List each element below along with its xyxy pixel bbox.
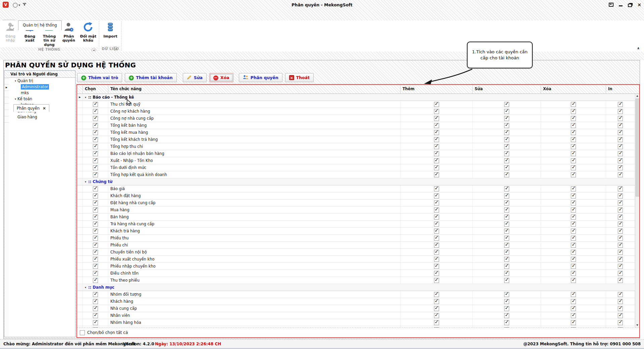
ribbon-button-refresh[interactable]: Đổi mật khẩu xyxy=(78,21,98,47)
checkbox-checked[interactable] xyxy=(434,130,439,135)
checkbox-checked[interactable] xyxy=(434,158,439,163)
checkbox-checked[interactable] xyxy=(504,257,509,262)
grid-column-header-sua[interactable]: Sửa xyxy=(473,85,541,94)
checkbox-checked[interactable] xyxy=(618,144,623,149)
checkbox-checked[interactable] xyxy=(618,186,623,191)
grid-data-row[interactable]: Xuất - Nhập - Tồn Kho xyxy=(77,157,639,164)
checkbox-checked[interactable] xyxy=(618,215,623,220)
checkbox-checked[interactable] xyxy=(93,200,98,206)
checkbox-checked[interactable] xyxy=(93,109,98,114)
grid-data-row[interactable]: Phiếu xuất chuyển kho xyxy=(77,256,639,263)
checkbox-checked[interactable] xyxy=(504,137,509,142)
checkbox-checked[interactable] xyxy=(571,102,576,107)
checkbox-checked[interactable] xyxy=(434,327,439,328)
checkbox-checked[interactable] xyxy=(618,200,623,206)
checkbox-checked[interactable] xyxy=(434,306,439,311)
grid-data-row[interactable]: Trả hàng nhà cung cấp xyxy=(77,221,639,228)
action-button-thêm-tài-khoản[interactable]: +Thêm tài khoản xyxy=(125,73,176,82)
scroll-up-icon[interactable]: ▲ xyxy=(635,94,639,98)
checkbox-checked[interactable] xyxy=(618,313,623,318)
grid-data-row[interactable]: Tổng hợp thu chi xyxy=(77,143,639,150)
checkbox-checked[interactable] xyxy=(434,116,439,121)
checkbox-checked[interactable] xyxy=(571,193,576,198)
grid-data-row[interactable]: Thu chi tồn quỹ xyxy=(77,101,639,108)
checkbox-checked[interactable] xyxy=(571,236,576,241)
checkbox-checked[interactable] xyxy=(618,208,623,213)
group-expander-icon[interactable]: ▾ xyxy=(85,180,86,183)
checkbox-checked[interactable] xyxy=(93,165,98,170)
checkbox-checked[interactable] xyxy=(618,257,623,262)
grid-data-row[interactable]: Báo cáo lợi nhuận bán hàng xyxy=(77,150,639,157)
checkbox-checked[interactable] xyxy=(93,229,98,234)
checkbox-checked[interactable] xyxy=(504,299,509,304)
checkbox-checked[interactable] xyxy=(504,109,509,114)
checkbox-checked[interactable] xyxy=(434,165,439,170)
tab-phan-quyen[interactable]: Phân quyền × xyxy=(13,104,49,112)
checkbox-checked[interactable] xyxy=(434,109,439,114)
checkbox-checked[interactable] xyxy=(504,250,509,255)
checkbox-checked[interactable] xyxy=(93,193,98,198)
checkbox-checked[interactable] xyxy=(93,320,98,325)
checkbox-checked[interactable] xyxy=(93,236,98,241)
checkbox-checked[interactable] xyxy=(434,222,439,227)
action-button-sửa[interactable]: Sửa xyxy=(183,73,207,82)
ribbon-button-user-gear[interactable]: Phân quyền xyxy=(59,21,78,47)
tree-node-quản-trị[interactable]: ▾Quản trị xyxy=(9,78,75,84)
checkbox-checked[interactable] xyxy=(93,278,98,283)
checkbox-checked[interactable] xyxy=(504,243,509,248)
checkbox-checked[interactable] xyxy=(434,144,439,149)
checkbox-checked[interactable] xyxy=(504,172,509,177)
grid-data-row[interactable]: Đặt hàng nhà cung cấp xyxy=(77,199,639,207)
checkbox-checked[interactable] xyxy=(93,243,98,248)
grid-data-row[interactable]: Tổng kết bán hàng xyxy=(77,122,639,129)
checkbox-checked[interactable] xyxy=(504,130,509,135)
checkbox-checked[interactable] xyxy=(571,222,576,227)
checkbox-checked[interactable] xyxy=(93,327,98,328)
checkbox-checked[interactable] xyxy=(571,215,576,220)
checkbox-checked[interactable] xyxy=(93,123,98,128)
restore-icon[interactable] xyxy=(628,4,632,7)
checkbox-checked[interactable] xyxy=(571,130,576,135)
tree-node-giao-hàng[interactable]: Giao hàng xyxy=(9,114,75,120)
checkbox-checked[interactable] xyxy=(571,250,576,255)
grid-data-row[interactable]: Bán hàng xyxy=(77,214,639,221)
checkbox-checked[interactable] xyxy=(618,158,623,163)
checkbox-checked[interactable] xyxy=(504,158,509,163)
checkbox-checked[interactable] xyxy=(504,229,509,234)
checkbox-checked[interactable] xyxy=(434,292,439,297)
checkbox-checked[interactable] xyxy=(434,151,439,156)
grid-data-row[interactable]: Khách trả hàng xyxy=(77,228,639,235)
checkbox-checked[interactable] xyxy=(434,172,439,177)
checkbox-checked[interactable] xyxy=(618,320,623,325)
grid-column-header-in[interactable]: In xyxy=(606,85,639,94)
checkbox-checked[interactable] xyxy=(571,200,576,206)
checkbox-checked[interactable] xyxy=(504,151,509,156)
grid-data-row[interactable]: Chuyển tiền nội bộ xyxy=(77,249,639,256)
ribbon-tab[interactable]: Quản trị hệ thống xyxy=(18,20,62,30)
checkbox-checked[interactable] xyxy=(618,278,623,283)
grid-data-row[interactable]: Công nợ khách hàng xyxy=(77,108,639,115)
tree-node-kế-toán[interactable]: ▾Kế toán xyxy=(9,96,75,102)
checkbox-checked[interactable] xyxy=(618,151,623,156)
checkbox-checked[interactable] xyxy=(618,109,623,114)
checkbox-checked[interactable] xyxy=(618,172,623,177)
group-expander-icon[interactable]: ▾ xyxy=(85,96,86,99)
checkbox-checked[interactable] xyxy=(618,299,623,304)
checkbox-checked[interactable] xyxy=(571,165,576,170)
checkbox-checked[interactable] xyxy=(504,144,509,149)
grid-data-row[interactable]: Công nợ nhà cung cấp xyxy=(77,115,639,122)
checkbox-checked[interactable] xyxy=(504,186,509,191)
checkbox-checked[interactable] xyxy=(434,278,439,283)
tree-expander-icon[interactable]: ▾ xyxy=(13,79,17,82)
checkbox-checked[interactable] xyxy=(571,109,576,114)
action-button-thoát[interactable]: ×Thoát xyxy=(285,73,314,82)
checkbox-checked[interactable] xyxy=(434,250,439,255)
grid-data-row[interactable]: Phiếu chi xyxy=(77,242,639,249)
checkbox-checked[interactable] xyxy=(571,186,576,191)
grid-group-row[interactable]: ▶▾:: Báo cáo - Thống kê xyxy=(77,94,639,101)
checkbox-checked[interactable] xyxy=(571,243,576,248)
grid-data-row[interactable]: Báo giá xyxy=(77,185,639,192)
checkbox-checked[interactable] xyxy=(571,144,576,149)
vertical-scrollbar[interactable]: ▲ ▼ xyxy=(635,94,639,328)
checkbox-checked[interactable] xyxy=(571,264,576,269)
